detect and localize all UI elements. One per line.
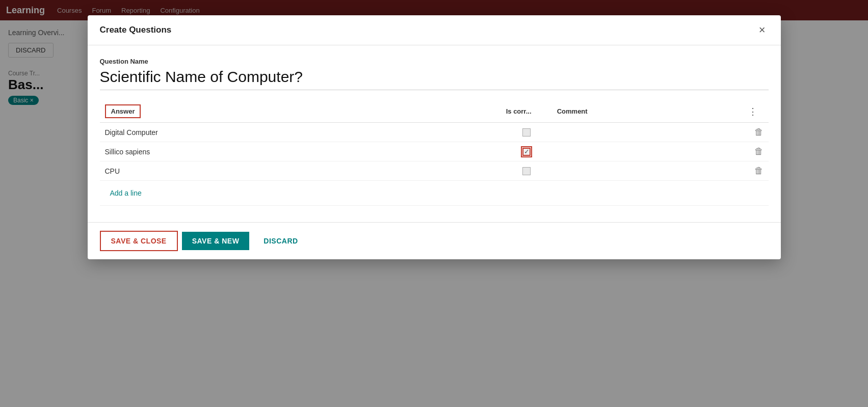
save-new-button[interactable]: SAVE & NEW: [182, 232, 250, 250]
question-name-label: Question Name: [100, 58, 769, 65]
delete-cell-2: 🗑: [743, 142, 769, 161]
modal-overlay: Create Questions × Question Name Scienti…: [0, 0, 868, 407]
discard-button[interactable]: DISCARD: [253, 232, 308, 250]
answer-cell-3: CPU: [100, 161, 501, 181]
iscorrect-checkbox-3[interactable]: [522, 167, 531, 175]
save-close-button[interactable]: SAVE & CLOSE: [100, 231, 178, 251]
table-row: CPU 🗑: [100, 161, 769, 181]
comment-cell-3: [552, 161, 743, 181]
answer-cell-1: Digital Computer: [100, 123, 501, 142]
iscorrect-checkbox-2[interactable]: [522, 148, 531, 156]
answer-header-cell: Answer: [105, 104, 141, 118]
modal-header: Create Questions ×: [88, 15, 781, 45]
delete-cell-3: 🗑: [743, 161, 769, 181]
modal-close-button[interactable]: ×: [756, 23, 769, 37]
answer-cell-2: Sillico sapiens: [100, 142, 501, 161]
delete-cell-1: 🗑: [743, 123, 769, 142]
create-questions-modal: Create Questions × Question Name Scienti…: [88, 15, 781, 259]
table-row: Digital Computer 🗑: [100, 123, 769, 142]
modal-title: Create Questions: [100, 25, 172, 35]
modal-body: Question Name Scientific Name of Compute…: [88, 45, 781, 214]
comment-cell-2: [552, 142, 743, 161]
question-name-value: Scientific Name of Computer?: [100, 68, 769, 90]
delete-row-1-button[interactable]: 🗑: [754, 127, 764, 138]
delete-row-3-button[interactable]: 🗑: [754, 166, 764, 176]
delete-row-2-button[interactable]: 🗑: [754, 146, 764, 157]
col-actions-header: ⋮: [743, 100, 769, 123]
col-answer-header: Answer: [100, 100, 501, 123]
col-iscorrect-header: Is corr...: [501, 100, 552, 123]
add-line-cell: Add a line: [100, 181, 769, 206]
answers-table: Answer Is corr... Comment ⋮ Digital Comp…: [100, 100, 769, 206]
table-actions-menu-button[interactable]: ⋮: [748, 106, 757, 117]
table-row: Sillico sapiens 🗑: [100, 142, 769, 161]
add-line-button[interactable]: Add a line: [105, 185, 147, 201]
comment-cell-1: [552, 123, 743, 142]
iscorrect-cell-1: [501, 123, 552, 142]
iscorrect-checkbox-1[interactable]: [522, 128, 531, 137]
iscorrect-cell-2: [501, 142, 552, 161]
col-comment-header: Comment: [552, 100, 743, 123]
add-line-row: Add a line: [100, 181, 769, 206]
modal-footer: SAVE & CLOSE SAVE & NEW DISCARD: [88, 223, 781, 259]
iscorrect-cell-3: [501, 161, 552, 181]
